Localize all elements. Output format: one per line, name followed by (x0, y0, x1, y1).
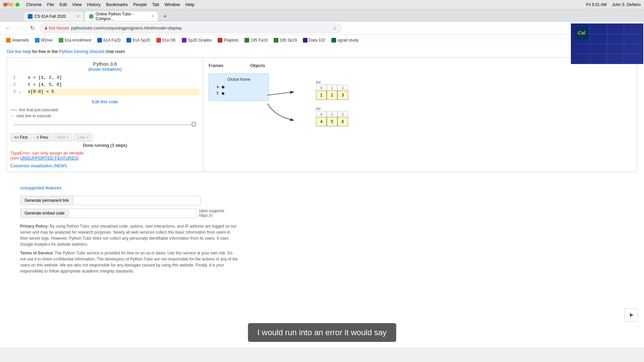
menu-view[interactable]: View (72, 2, 82, 7)
gen-embed-input[interactable] (69, 208, 196, 218)
get-live-help-link[interactable]: Get live help (7, 49, 31, 54)
list1-cell-2: 3 (337, 90, 348, 100)
gen-perm-input[interactable] (73, 196, 201, 205)
forward-button[interactable]: → (15, 23, 25, 33)
help-bar: Get live help for free in the Python tut… (7, 49, 637, 54)
bookmark-data102[interactable]: Data 102 (300, 37, 328, 44)
list1-idx-2: 2 (337, 84, 348, 90)
user-name: John S. DeNero (612, 2, 641, 7)
menu-help[interactable]: Help (185, 2, 195, 7)
next-button[interactable]: Next > (53, 133, 72, 141)
code-header: Python 3.6 (known limitations) (10, 61, 200, 72)
viz-panel: Frames Objects Global frame s (203, 58, 637, 172)
help-text-2: chat room (106, 49, 125, 54)
tutor-area: Python 3.6 (known limitations) 1 s = [1,… (7, 57, 637, 172)
new-badge: (NEW!) (54, 164, 67, 168)
code-text-1: s = [1, 2, 3] (28, 74, 200, 81)
bookmark-61a-enrollment[interactable]: 61a enrollment (56, 37, 94, 44)
prev-button[interactable]: < Prev (33, 133, 52, 141)
slider-thumb[interactable] (192, 122, 196, 127)
list1-indices: 0 1 2 (316, 84, 348, 90)
bookmark-star[interactable]: ☆ (333, 25, 337, 31)
menu-history[interactable]: History (87, 2, 101, 7)
lock-icon (44, 26, 48, 30)
legend-executed-text: line that just executed (19, 108, 58, 112)
menu-window[interactable]: Window (165, 2, 180, 7)
dot-s (222, 86, 224, 88)
tab-python-close[interactable]: ✕ (151, 14, 154, 18)
bookmark-195-sp19[interactable]: 195 Sp19 (271, 37, 300, 44)
last-button[interactable]: Last > (74, 133, 92, 141)
dot-t (222, 92, 224, 95)
chrome-tabs: CS 61A Fall 2020 ✕ Online Python Tutor -… (0, 9, 644, 21)
bookmark-195-fa19[interactable]: 195 Fa19 (242, 37, 270, 44)
known-limitations-link[interactable]: (known limitations) (88, 67, 121, 72)
list1: 0 1 2 1 2 3 (316, 84, 348, 100)
menu-tab[interactable]: Tab (152, 2, 159, 7)
step-slider[interactable] (14, 124, 196, 125)
new-tab-button[interactable]: + (160, 12, 170, 21)
error-see: (see UNSUPPORTED FEATURES) (10, 156, 200, 161)
edit-code-link[interactable]: Edit this code (10, 99, 200, 104)
tab-cs61a-close[interactable]: ✕ (76, 14, 79, 18)
code-line-2: 2 t = [4, 5, 6] (10, 81, 200, 88)
frame-row-s: s (214, 84, 264, 89)
slider-area (10, 121, 200, 131)
unsupported-features-link[interactable]: UNSUPPORTED FEATURES (20, 156, 77, 161)
privacy-policy: Privacy Policy: By using Python Tutor, y… (20, 223, 238, 247)
var-s: s (214, 84, 219, 89)
menu-people[interactable]: People (133, 2, 147, 7)
asteroids-icon (6, 38, 11, 43)
play-button[interactable] (625, 308, 638, 322)
address-bar[interactable]: Not Secure pythontutor.com/composingprog… (40, 23, 341, 33)
global-frame: Global frame s t (209, 73, 269, 101)
code-line-3: 3 → s[0:0] = 5 (10, 88, 200, 96)
subtitle-text: I would run into an error it would say (257, 328, 387, 337)
reload-button[interactable]: ↻ (28, 23, 37, 33)
bookmark-playlists[interactable]: Playlists (215, 37, 241, 44)
bookmark-61a-ok[interactable]: 61a OK (154, 37, 179, 44)
list1-idx-0: 0 (316, 84, 327, 90)
version-badge: 1.00 (0, 0, 12, 8)
url-text[interactable]: pythontutor.com/composingprograms.html#m… (71, 25, 331, 31)
menu-chrome[interactable]: Chrome (26, 2, 42, 7)
customize-link[interactable]: Customize visualization (NEW!) (10, 164, 67, 168)
bookmark-bdrive[interactable]: bDrive (32, 37, 55, 44)
playlists-icon (218, 38, 222, 43)
unsupported-features-bottom-link[interactable]: unsupported features (20, 185, 637, 190)
gen-embed-button[interactable]: Generate embed code (20, 208, 69, 218)
code-lines: 1 s = [1, 2, 3] 2 t = [4, 5, 6] 3 → s[0:… (10, 74, 200, 96)
enrollment-icon (59, 38, 63, 43)
list2-cell-1: 5 (327, 117, 337, 126)
sp20-icon (126, 38, 131, 43)
gen-perm-row: Generate permanent link (20, 196, 637, 205)
bookmark-sp20-grades[interactable]: Sp20 Grades (179, 37, 214, 44)
data102-icon (303, 38, 308, 43)
fa20-icon (97, 38, 102, 43)
tab-cs61a[interactable]: CS 61A Fall 2020 ✕ (23, 11, 84, 21)
bookmark-ugrad-study[interactable]: ugrad study (329, 37, 361, 44)
objects-header: Objects (250, 63, 265, 68)
menu-file[interactable]: File (47, 2, 54, 7)
fullscreen-button[interactable] (15, 3, 19, 7)
gen-note: (also supports https://) (199, 208, 224, 218)
tab-cs61a-label: CS 61A Fall 2020 (35, 14, 66, 19)
menu-edit[interactable]: Edit (59, 2, 67, 7)
bookmark-61a-fa20[interactable]: 61A Fa20 (95, 37, 123, 44)
list1-container: list 0 1 2 1 2 3 (316, 80, 348, 100)
not-secure-text: Not Secure (49, 26, 69, 31)
privacy-title: Privacy Policy: (20, 224, 49, 229)
back-button[interactable]: ← (3, 23, 13, 33)
svg-rect-0 (45, 28, 47, 29)
bookmark-61a-sp20[interactable]: 61A Sp20 (124, 37, 153, 44)
play-icon (629, 312, 634, 318)
list1-cells: 1 2 3 (316, 90, 348, 100)
first-button[interactable]: << First (10, 133, 32, 141)
gen-perm-button[interactable]: Generate permanent link (20, 196, 73, 205)
discord-link[interactable]: Python tutoring Discord (59, 49, 104, 54)
viz-header: Frames Objects (209, 63, 632, 68)
bookmark-asteroids[interactable]: Asteroids (3, 37, 32, 44)
tab-python-tutor[interactable]: Online Python Tutor - Compos... ✕ (85, 11, 158, 21)
list2-cell-0: 4 (316, 117, 327, 126)
menu-bookmarks[interactable]: Bookmarks (106, 2, 128, 7)
